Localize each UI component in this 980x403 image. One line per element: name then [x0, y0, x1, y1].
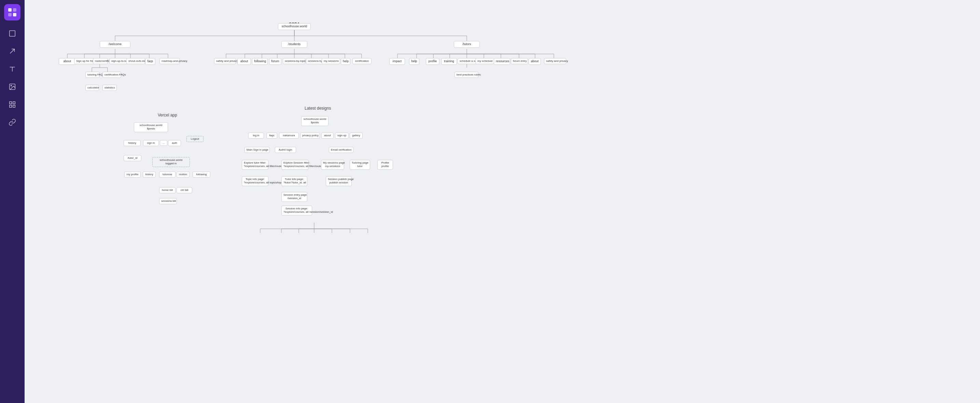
grid-tool[interactable] — [5, 97, 20, 112]
ld-root[interactable]: schoolhouse.world$posts — [301, 116, 328, 126]
shout-node[interactable]: shout-outs-stand — [126, 58, 145, 64]
canvas[interactable]: CODA schoolhouse.world /welcome about Si… — [25, 0, 980, 403]
v-tutor-id[interactable]: /tutor_id — [124, 155, 142, 161]
my-schedule-t[interactable]: my schedule — [475, 58, 494, 64]
v-logged-in-box: schoolhouse.worldlogged in — [152, 157, 190, 167]
cert-faqs[interactable]: certification FAQs — [102, 72, 121, 78]
following-s[interactable]: following — [252, 58, 268, 65]
svg-line-5 — [10, 49, 15, 54]
svg-rect-3 — [13, 13, 16, 16]
ld-login-in[interactable]: log in — [248, 132, 264, 139]
welcome-node[interactable]: /welcome — [100, 41, 130, 48]
sessions-topic[interactable]: sessions-by-topic — [283, 58, 305, 64]
profile-t[interactable]: profile — [426, 58, 439, 65]
v-logout[interactable]: Logout — [186, 136, 204, 142]
safety-privacy-t[interactable]: safety and privacy — [544, 58, 566, 64]
ld-profile-page[interactable]: Profileprofile — [377, 160, 393, 170]
students-node[interactable]: /students — [282, 41, 307, 48]
svg-rect-12 — [10, 105, 12, 107]
tutors-node[interactable]: /tutors — [454, 41, 480, 48]
about-s[interactable]: about — [237, 58, 251, 65]
ld-tutor-info[interactable]: Tutor info page:?tutor/?tutor_id, all — [282, 176, 307, 186]
v-sessions-bill[interactable]: sessions bill — [159, 198, 177, 204]
v-signin[interactable]: sign in — [143, 140, 159, 146]
resources-t[interactable]: resources — [494, 58, 510, 65]
v-following[interactable]: following — [192, 172, 210, 178]
ld-tutoring-page[interactable]: Tutoring pagetutor — [350, 160, 370, 170]
ld-session-publish[interactable]: Session publish pagepublish session — [326, 176, 352, 186]
ld-gallery[interactable]: gallery — [350, 132, 363, 139]
ld-explore-session[interactable]: Explore Session filter:?explore/courses,… — [282, 160, 309, 170]
image-tool[interactable] — [5, 79, 20, 94]
v-motion[interactable]: motion — [177, 172, 189, 178]
safety-privacy-s[interactable]: safety and privacy — [214, 58, 236, 64]
ld-session-entry[interactable]: Session entry page/session_id — [282, 192, 307, 202]
ld-topic-info[interactable]: Topic info page:?explore/courses, all to… — [242, 176, 268, 186]
svg-rect-11 — [13, 102, 15, 104]
svg-point-9 — [11, 85, 12, 86]
statistics-node[interactable]: statistics — [102, 85, 117, 91]
svg-rect-2 — [8, 13, 12, 16]
impact-t[interactable]: impact — [389, 58, 405, 65]
v-home-bill[interactable]: home bill — [159, 187, 175, 193]
ld-nakamura[interactable]: nakamura — [279, 132, 299, 139]
svg-rect-0 — [8, 8, 12, 12]
ld-email-verif[interactable]: Email verification — [329, 147, 353, 153]
v-tutonow[interactable]: tutonow — [159, 172, 175, 178]
ld-faqs[interactable]: faqs — [266, 132, 277, 139]
sidebar — [0, 0, 25, 403]
vercel-root[interactable]: schoolhouse.world$posts — [134, 122, 168, 132]
ld-main-signin[interactable]: Main Sign in page — [245, 147, 270, 153]
v-ctrl-bill[interactable]: ctrl bill — [177, 187, 192, 193]
ld-about[interactable]: about — [321, 132, 334, 139]
ld-auth-login[interactable]: Auth0 login — [275, 147, 296, 153]
v-history[interactable]: history — [124, 140, 141, 146]
svg-rect-1 — [13, 8, 16, 12]
tutoring-faqs[interactable]: tutoring FAQs — [85, 72, 100, 78]
route-cert-node[interactable]: route/certification — [93, 58, 108, 64]
my-sessions-s[interactable]: my sessions — [322, 58, 340, 64]
link-tool[interactable] — [5, 115, 20, 130]
v-history2[interactable]: history — [143, 172, 156, 178]
help-t[interactable]: help — [409, 58, 419, 65]
ld-my-sessions-page[interactable]: My sessions pagemy-sessions — [321, 160, 344, 170]
frame-tool[interactable] — [5, 26, 20, 41]
svg-rect-4 — [10, 31, 15, 37]
latest-title: Latest designs — [305, 106, 331, 111]
roadmap-node[interactable]: roadmap-and-privacy — [159, 58, 180, 64]
about-node-welcome[interactable]: about — [59, 58, 76, 65]
best-practices[interactable]: best practices rubric — [455, 72, 478, 78]
v-auth[interactable]: auth — [168, 140, 181, 146]
app-logo[interactable] — [4, 4, 21, 21]
about-t[interactable]: about — [528, 58, 541, 65]
calculator-node[interactable]: calculator — [85, 85, 99, 91]
svg-rect-10 — [10, 102, 12, 104]
ld-signup[interactable]: sign-up — [335, 132, 348, 139]
training-t[interactable]: training — [441, 58, 457, 65]
help-s[interactable]: help — [341, 58, 350, 65]
ld-privacy[interactable]: privacy policy — [300, 132, 320, 139]
faqs-node[interactable]: faqs — [145, 58, 155, 65]
v-dot[interactable]: ... — [160, 140, 167, 146]
svg-rect-13 — [13, 105, 15, 107]
forum-s[interactable]: forum — [269, 58, 282, 65]
coda-root-node[interactable]: schoolhouse.world — [278, 23, 311, 30]
vercel-title: Vercel app — [158, 113, 177, 118]
ld-session-info[interactable]: Session info page:?explore/courses, all … — [282, 205, 312, 215]
ld-explore-tutor[interactable]: Explore tutor filter:?explore/courses, a… — [242, 160, 268, 170]
v-my-profile[interactable]: my profile — [124, 172, 141, 178]
arrow-tool[interactable] — [5, 44, 20, 59]
cert-s[interactable]: certification — [352, 58, 372, 64]
forum-entry-t[interactable]: forum entry — [511, 58, 528, 64]
text-tool[interactable] — [5, 62, 20, 76]
